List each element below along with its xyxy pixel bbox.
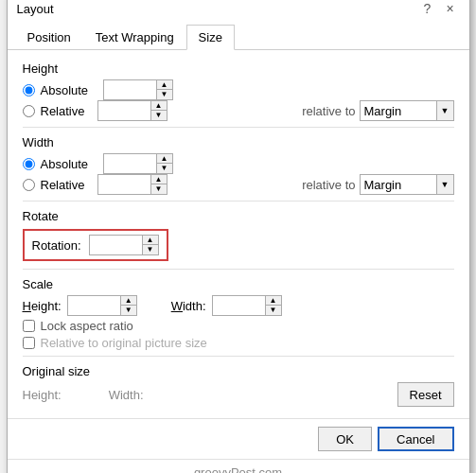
- width-absolute-down[interactable]: ▼: [157, 164, 172, 173]
- help-button[interactable]: ?: [418, 0, 437, 18]
- height-relative-spinners: ▲ ▼: [150, 101, 167, 120]
- height-absolute-row: Absolute 0.42" ▲ ▼: [23, 79, 454, 100]
- rotation-field[interactable]: 0°: [90, 236, 142, 254]
- width-relative-up[interactable]: ▲: [151, 175, 167, 184]
- dialog-footer: OK Cancel: [8, 418, 469, 459]
- size-tab-content: Height Absolute 0.42" ▲ ▼ Relative ▲ ▼: [8, 50, 469, 414]
- scale-width-up[interactable]: ▲: [266, 296, 281, 306]
- scale-width-field[interactable]: 100 %: [213, 296, 265, 315]
- height-relative-label: Relative: [41, 104, 97, 118]
- height-absolute-radio[interactable]: [23, 84, 35, 96]
- width-absolute-row: Absolute 2.72" ▲ ▼: [23, 153, 454, 174]
- rotation-input[interactable]: 0° ▲ ▼: [89, 235, 159, 255]
- height-absolute-input[interactable]: 0.42" ▲ ▼: [103, 79, 173, 100]
- scale-height-down[interactable]: ▼: [121, 306, 136, 315]
- scale-width-spinners: ▲ ▼: [265, 296, 281, 315]
- rotation-spinners: ▲ ▼: [142, 236, 158, 254]
- scale-height-item: Height: 100 % ▲ ▼: [23, 295, 137, 316]
- ok-button[interactable]: OK: [318, 427, 372, 451]
- titlebar: Layout ? ×: [8, 0, 469, 22]
- scale-height-field[interactable]: 100 %: [68, 296, 120, 315]
- scale-width-input[interactable]: 100 % ▲ ▼: [212, 295, 282, 316]
- scale-width-label: Width:: [171, 299, 206, 313]
- width-absolute-radio[interactable]: [23, 158, 35, 170]
- width-margin-select-box[interactable]: Margin ▼: [360, 174, 454, 195]
- rotation-down[interactable]: ▼: [143, 245, 158, 254]
- scale-width-item: Width: 100 % ▲ ▼: [171, 295, 282, 316]
- height-margin-dropdown-icon: ▼: [436, 101, 453, 120]
- tab-bar: Position Text Wrapping Size: [8, 24, 469, 50]
- relative-original-checkbox[interactable]: [23, 337, 35, 349]
- original-section-label: Original size: [23, 364, 454, 378]
- width-relative-to-label: relative to: [302, 178, 355, 192]
- height-relative-field[interactable]: [98, 101, 150, 120]
- original-width-label: Width:: [109, 388, 144, 402]
- height-relative-row: Relative ▲ ▼ relative to Margin ▼: [23, 100, 454, 121]
- width-absolute-field[interactable]: 2.72": [104, 154, 156, 173]
- width-relative-input[interactable]: ▲ ▼: [97, 174, 167, 195]
- width-absolute-up[interactable]: ▲: [157, 154, 172, 164]
- cancel-button[interactable]: Cancel: [378, 427, 453, 451]
- width-absolute-input[interactable]: 2.72" ▲ ▼: [103, 153, 173, 174]
- scale-height-spinners: ▲ ▼: [120, 296, 136, 315]
- rotation-label: Rotation:: [32, 238, 81, 253]
- height-section-label: Height: [23, 61, 454, 76]
- scale-height-label: Height:: [23, 299, 62, 313]
- tab-size[interactable]: Size: [186, 25, 235, 50]
- original-width-item: Width:: [109, 388, 148, 402]
- layout-dialog: Layout ? × Position Text Wrapping Size H…: [7, 0, 470, 473]
- scale-width-down[interactable]: ▼: [266, 306, 281, 315]
- width-absolute-label: Absolute: [41, 157, 97, 171]
- width-relative-label: Relative: [41, 178, 97, 192]
- height-margin-select-box[interactable]: Margin ▼: [360, 100, 454, 121]
- rotation-box: Rotation: 0° ▲ ▼: [23, 229, 168, 261]
- dialog-title: Layout: [17, 2, 54, 16]
- original-height-label: Height:: [23, 388, 62, 402]
- width-absolute-spinners: ▲ ▼: [156, 154, 172, 173]
- height-relative-radio[interactable]: [23, 105, 35, 117]
- height-absolute-up[interactable]: ▲: [157, 80, 172, 90]
- height-relative-input[interactable]: ▲ ▼: [97, 100, 167, 121]
- width-margin-dropdown-icon: ▼: [436, 175, 453, 194]
- height-relative-to-label: relative to: [302, 104, 355, 118]
- lock-aspect-row: Lock aspect ratio: [23, 319, 454, 333]
- close-button[interactable]: ×: [441, 0, 460, 18]
- lock-aspect-label: Lock aspect ratio: [41, 319, 133, 333]
- tab-text-wrapping[interactable]: Text Wrapping: [83, 25, 186, 50]
- rotate-section-label: Rotate: [23, 209, 454, 223]
- width-relative-radio[interactable]: [23, 179, 35, 191]
- width-relative-row: Relative ▲ ▼ relative to Margin ▼: [23, 174, 454, 195]
- width-margin-select[interactable]: Margin: [361, 175, 436, 194]
- height-absolute-label: Absolute: [41, 83, 97, 97]
- reset-button[interactable]: Reset: [397, 382, 454, 407]
- titlebar-controls: ? ×: [418, 0, 460, 18]
- width-relative-field[interactable]: [98, 175, 150, 194]
- height-relative-up[interactable]: ▲: [151, 101, 167, 111]
- width-relative-down[interactable]: ▼: [151, 184, 167, 194]
- lock-aspect-checkbox[interactable]: [23, 320, 35, 332]
- tab-position[interactable]: Position: [15, 25, 83, 50]
- height-absolute-field[interactable]: 0.42": [104, 80, 156, 99]
- original-size-row: Height: Width: Reset: [23, 382, 454, 407]
- rotation-up[interactable]: ▲: [143, 236, 158, 245]
- scale-height-up[interactable]: ▲: [121, 296, 136, 306]
- width-relative-spinners: ▲ ▼: [150, 175, 167, 194]
- height-relative-down[interactable]: ▼: [151, 111, 167, 120]
- relative-original-row: Relative to original picture size: [23, 336, 454, 350]
- height-margin-select[interactable]: Margin: [361, 101, 436, 120]
- watermark: groovyPost.com: [8, 459, 469, 473]
- scale-row: Height: 100 % ▲ ▼ Width: 100 % ▲ ▼: [23, 295, 454, 316]
- relative-original-label: Relative to original picture size: [41, 336, 207, 350]
- original-height-item: Height:: [23, 388, 65, 402]
- scale-height-input[interactable]: 100 % ▲ ▼: [67, 295, 137, 316]
- height-absolute-down[interactable]: ▼: [157, 90, 172, 99]
- scale-section-label: Scale: [23, 277, 454, 291]
- height-absolute-spinners: ▲ ▼: [156, 80, 172, 99]
- width-section-label: Width: [23, 135, 454, 149]
